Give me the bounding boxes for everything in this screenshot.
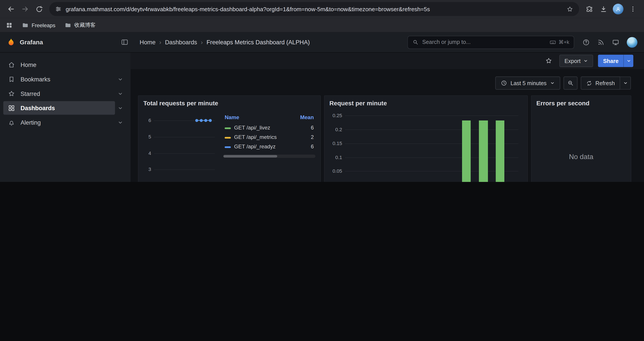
collapse-sidebar-button[interactable] bbox=[118, 36, 131, 48]
chevron-down-icon[interactable] bbox=[115, 76, 126, 82]
chart-bar bbox=[479, 121, 488, 182]
kebab-menu-icon bbox=[629, 5, 637, 13]
panel-title[interactable]: Errors per second bbox=[536, 98, 626, 109]
legend-value: 6 bbox=[292, 142, 316, 151]
legend-column-header[interactable]: Mean bbox=[292, 113, 316, 123]
search-input[interactable]: Search or jump to... ⌘+k bbox=[408, 36, 574, 49]
grafana-main: Home Bookmarks Starred bbox=[0, 53, 644, 182]
breadcrumb-dashboards[interactable]: Dashboards bbox=[165, 39, 197, 46]
apps-grid-button[interactable] bbox=[6, 22, 13, 29]
export-label: Export bbox=[564, 58, 580, 64]
browser-menu-button[interactable] bbox=[626, 2, 640, 16]
data-point bbox=[204, 119, 207, 122]
gridline bbox=[345, 116, 518, 116]
panel-title[interactable]: Request per minute bbox=[330, 98, 522, 109]
bookmarks-bar: Freeleaps 收藏博客 bbox=[0, 18, 644, 32]
legend-horizontal-scrollbar[interactable] bbox=[223, 155, 316, 158]
display-button[interactable] bbox=[612, 38, 620, 46]
search-shortcut: ⌘+k bbox=[550, 39, 569, 46]
sidebar-link-bookmarks[interactable]: Bookmarks bbox=[3, 72, 115, 86]
legend-series-name[interactable]: GET /api/_metrics bbox=[223, 132, 292, 142]
grafana-logo[interactable] bbox=[6, 38, 16, 47]
forward-button[interactable] bbox=[18, 2, 32, 16]
bookmark-folder-freeleaps[interactable]: Freeleaps bbox=[22, 22, 55, 29]
legend-series-name[interactable]: GET /api/_livez bbox=[223, 123, 292, 132]
legend-series-name[interactable]: GET /api/_readyz bbox=[223, 142, 292, 151]
help-icon bbox=[582, 38, 590, 46]
y-axis-tick-label: 4 bbox=[148, 150, 151, 156]
caret-down-icon bbox=[623, 81, 628, 85]
y-axis-tick-label: 0.15 bbox=[332, 141, 342, 146]
chevron-down-icon[interactable] bbox=[115, 91, 126, 96]
legend-row: GET /api/_metrics2 bbox=[223, 132, 316, 142]
downloads-button[interactable] bbox=[596, 2, 610, 16]
sidebar-item-label: Alerting bbox=[20, 119, 41, 126]
legend-row: GET /api/_livez6 bbox=[223, 123, 316, 132]
y-axis-tick-label: 0.2 bbox=[335, 127, 342, 132]
y-axis-tick-label: 6 bbox=[148, 118, 151, 123]
share-label: Share bbox=[603, 58, 618, 64]
sidebar-link-alerting[interactable]: Alerting bbox=[3, 116, 115, 129]
bar-chart: 0.250.20.150.10.05017:37:0017:38:0017:39… bbox=[330, 109, 522, 182]
bookmark-folder-blogs[interactable]: 收藏博客 bbox=[64, 21, 96, 29]
user-avatar[interactable] bbox=[627, 37, 638, 48]
zoom-out-time-button[interactable] bbox=[563, 77, 577, 90]
sidebar-link-starred[interactable]: Starred bbox=[3, 87, 115, 100]
home-icon bbox=[8, 61, 15, 69]
star-icon bbox=[8, 90, 15, 97]
data-point bbox=[195, 119, 198, 122]
refresh-button[interactable]: Refresh bbox=[581, 77, 620, 90]
bookmark-star-icon[interactable] bbox=[566, 6, 574, 13]
sidebar-link-dashboards[interactable]: Dashboards bbox=[3, 101, 115, 115]
legend-row: GET /api/_readyz6 bbox=[223, 142, 316, 151]
share-menu-button[interactable] bbox=[624, 55, 633, 67]
export-button[interactable]: Export bbox=[560, 55, 593, 67]
news-button[interactable] bbox=[597, 38, 604, 46]
back-button[interactable] bbox=[4, 2, 18, 16]
sidebar-item-label: Starred bbox=[20, 90, 40, 97]
reload-button[interactable] bbox=[32, 2, 46, 16]
gridline bbox=[345, 171, 518, 172]
scrollbar-thumb[interactable] bbox=[223, 155, 277, 157]
panel-errors-per-second: Errors per second No data bbox=[531, 96, 631, 182]
refresh-interval-button[interactable] bbox=[620, 77, 631, 90]
search-icon bbox=[412, 39, 418, 45]
extensions-button[interactable] bbox=[582, 2, 596, 16]
panel-title[interactable]: Total requests per minute bbox=[143, 98, 316, 109]
url-text[interactable]: grafana.mathmast.com/d/deytv4rwavabkb/fr… bbox=[66, 6, 562, 12]
keyboard-icon bbox=[550, 39, 556, 46]
address-bar[interactable]: grafana.mathmast.com/d/deytv4rwavabkb/fr… bbox=[49, 2, 579, 16]
star-icon bbox=[566, 6, 574, 13]
dashboard-actions-bar: Export Share bbox=[131, 53, 644, 69]
chevron-down-icon[interactable] bbox=[115, 105, 126, 111]
refresh-split-button: Refresh bbox=[581, 77, 631, 90]
legend-column-header[interactable]: Name bbox=[223, 113, 292, 123]
sidebar-item-bookmarks: Bookmarks bbox=[0, 72, 131, 87]
sidebar-link-home[interactable]: Home bbox=[3, 58, 115, 72]
rss-icon bbox=[597, 38, 604, 46]
no-data-message: No data bbox=[569, 153, 594, 161]
time-range-picker[interactable]: Last 5 minutes bbox=[496, 77, 560, 90]
reload-icon bbox=[35, 5, 43, 13]
chevron-down-icon[interactable] bbox=[115, 119, 126, 125]
clock-icon bbox=[501, 80, 507, 87]
arrow-left-icon bbox=[7, 5, 15, 13]
browser-profile-avatar[interactable] bbox=[613, 4, 624, 15]
dashboard-content: Export Share Last bbox=[131, 53, 644, 182]
arrow-right-icon bbox=[21, 5, 29, 13]
favorite-dashboard-button[interactable] bbox=[543, 55, 554, 67]
help-button[interactable] bbox=[582, 38, 590, 46]
series-color-dash bbox=[225, 127, 231, 129]
chart-bar bbox=[496, 121, 504, 182]
sidebar-item-label: Home bbox=[20, 62, 36, 68]
zoom-out-icon bbox=[567, 80, 574, 87]
site-settings-icon[interactable] bbox=[55, 6, 62, 12]
chart-bar bbox=[462, 121, 470, 182]
share-button[interactable]: Share bbox=[598, 55, 624, 67]
data-point bbox=[200, 119, 202, 122]
breadcrumb-current: Freeleaps Metrics Dashboard (ALPHA) bbox=[206, 39, 310, 46]
series-color-dash bbox=[225, 137, 231, 138]
breadcrumb-separator: › bbox=[201, 39, 203, 46]
refresh-label: Refresh bbox=[595, 80, 615, 86]
breadcrumb-home[interactable]: Home bbox=[140, 39, 156, 46]
